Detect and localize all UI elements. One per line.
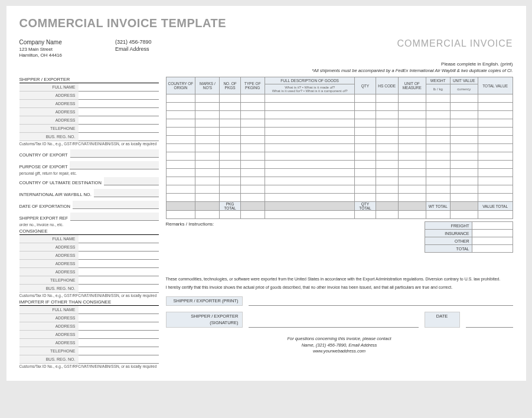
goods-cell[interactable] bbox=[398, 144, 426, 152]
consignee-input-3[interactable] bbox=[79, 260, 159, 268]
goods-cell[interactable] bbox=[450, 177, 478, 185]
goods-cell[interactable] bbox=[265, 136, 355, 144]
goods-cell[interactable] bbox=[166, 194, 195, 202]
goods-cell[interactable] bbox=[240, 144, 265, 152]
goods-cell[interactable] bbox=[355, 177, 376, 185]
goods-cell[interactable] bbox=[426, 169, 450, 177]
goods-cell[interactable] bbox=[195, 144, 220, 152]
shipper-input-6[interactable] bbox=[79, 133, 159, 141]
goods-cell[interactable] bbox=[478, 152, 513, 161]
goods-cell[interactable] bbox=[426, 194, 450, 202]
goods-cell[interactable] bbox=[478, 144, 513, 152]
shipper-input-3[interactable] bbox=[79, 108, 159, 116]
goods-cell[interactable] bbox=[355, 194, 376, 202]
shipper-input-2[interactable] bbox=[79, 100, 159, 108]
goods-cell[interactable] bbox=[398, 194, 426, 202]
goods-cell[interactable] bbox=[166, 111, 195, 119]
consignee-input-6[interactable] bbox=[79, 285, 159, 293]
consignee-input-5[interactable] bbox=[79, 276, 159, 285]
goods-cell[interactable] bbox=[265, 152, 355, 161]
country-export-input[interactable] bbox=[70, 149, 159, 158]
goods-cell[interactable] bbox=[450, 111, 478, 119]
insurance-value[interactable] bbox=[472, 230, 513, 237]
goods-cell[interactable] bbox=[376, 152, 398, 161]
goods-cell[interactable] bbox=[195, 161, 220, 169]
goods-cell[interactable] bbox=[478, 169, 513, 177]
goods-cell[interactable] bbox=[240, 177, 265, 185]
goods-cell[interactable] bbox=[355, 94, 376, 103]
goods-cell[interactable] bbox=[376, 94, 398, 103]
goods-cell[interactable] bbox=[166, 94, 195, 103]
goods-cell[interactable] bbox=[376, 169, 398, 177]
goods-cell[interactable] bbox=[398, 103, 426, 111]
importer-input-0[interactable] bbox=[79, 306, 159, 314]
goods-cell[interactable] bbox=[450, 185, 478, 194]
goods-cell[interactable] bbox=[355, 103, 376, 111]
goods-cell[interactable] bbox=[450, 169, 478, 177]
goods-cell[interactable] bbox=[450, 119, 478, 128]
goods-cell[interactable] bbox=[426, 103, 450, 111]
goods-cell[interactable] bbox=[195, 136, 220, 144]
goods-cell[interactable] bbox=[220, 128, 240, 136]
goods-cell[interactable] bbox=[240, 194, 265, 202]
ultimate-dest-input[interactable] bbox=[104, 177, 159, 185]
goods-cell[interactable] bbox=[240, 152, 265, 161]
goods-cell[interactable] bbox=[265, 94, 355, 103]
goods-cell[interactable] bbox=[398, 152, 426, 161]
importer-input-2[interactable] bbox=[79, 322, 159, 331]
goods-cell[interactable] bbox=[195, 111, 220, 119]
print-input[interactable] bbox=[249, 296, 513, 306]
goods-cell[interactable] bbox=[220, 194, 240, 202]
goods-cell[interactable] bbox=[355, 152, 376, 161]
goods-cell[interactable] bbox=[426, 136, 450, 144]
goods-cell[interactable] bbox=[376, 119, 398, 128]
goods-cell[interactable] bbox=[398, 185, 426, 194]
goods-cell[interactable] bbox=[355, 119, 376, 128]
goods-cell[interactable] bbox=[450, 136, 478, 144]
sig-input[interactable] bbox=[249, 312, 419, 328]
goods-cell[interactable] bbox=[450, 128, 478, 136]
goods-cell[interactable] bbox=[265, 144, 355, 152]
goods-cell[interactable] bbox=[426, 161, 450, 169]
goods-cell[interactable] bbox=[478, 111, 513, 119]
goods-cell[interactable] bbox=[265, 194, 355, 202]
goods-cell[interactable] bbox=[426, 177, 450, 185]
goods-cell[interactable] bbox=[195, 169, 220, 177]
goods-cell[interactable] bbox=[355, 161, 376, 169]
goods-cell[interactable] bbox=[398, 169, 426, 177]
date-input[interactable] bbox=[466, 312, 513, 328]
goods-cell[interactable] bbox=[478, 177, 513, 185]
goods-cell[interactable] bbox=[376, 103, 398, 111]
goods-cell[interactable] bbox=[195, 103, 220, 111]
goods-cell[interactable] bbox=[195, 119, 220, 128]
goods-cell[interactable] bbox=[240, 128, 265, 136]
goods-cell[interactable] bbox=[478, 161, 513, 169]
goods-cell[interactable] bbox=[376, 177, 398, 185]
consignee-input-2[interactable] bbox=[79, 252, 159, 260]
goods-cell[interactable] bbox=[220, 103, 240, 111]
goods-cell[interactable] bbox=[166, 161, 195, 169]
goods-cell[interactable] bbox=[426, 111, 450, 119]
goods-cell[interactable] bbox=[355, 128, 376, 136]
goods-cell[interactable] bbox=[220, 152, 240, 161]
goods-cell[interactable] bbox=[426, 185, 450, 194]
goods-cell[interactable] bbox=[166, 103, 195, 111]
goods-cell[interactable] bbox=[376, 144, 398, 152]
goods-cell[interactable] bbox=[195, 152, 220, 161]
goods-cell[interactable] bbox=[426, 128, 450, 136]
goods-cell[interactable] bbox=[240, 136, 265, 144]
air-waybill-input[interactable] bbox=[94, 189, 159, 197]
goods-cell[interactable] bbox=[450, 194, 478, 202]
goods-cell[interactable] bbox=[265, 185, 355, 194]
importer-input-5[interactable] bbox=[79, 347, 159, 355]
goods-cell[interactable] bbox=[478, 128, 513, 136]
goods-cell[interactable] bbox=[195, 128, 220, 136]
goods-cell[interactable] bbox=[426, 144, 450, 152]
shipper-input-0[interactable] bbox=[79, 83, 159, 92]
goods-cell[interactable] bbox=[265, 103, 355, 111]
goods-cell[interactable] bbox=[450, 144, 478, 152]
goods-cell[interactable] bbox=[166, 144, 195, 152]
goods-cell[interactable] bbox=[220, 119, 240, 128]
purpose-export-input[interactable] bbox=[70, 161, 158, 169]
goods-cell[interactable] bbox=[265, 111, 355, 119]
